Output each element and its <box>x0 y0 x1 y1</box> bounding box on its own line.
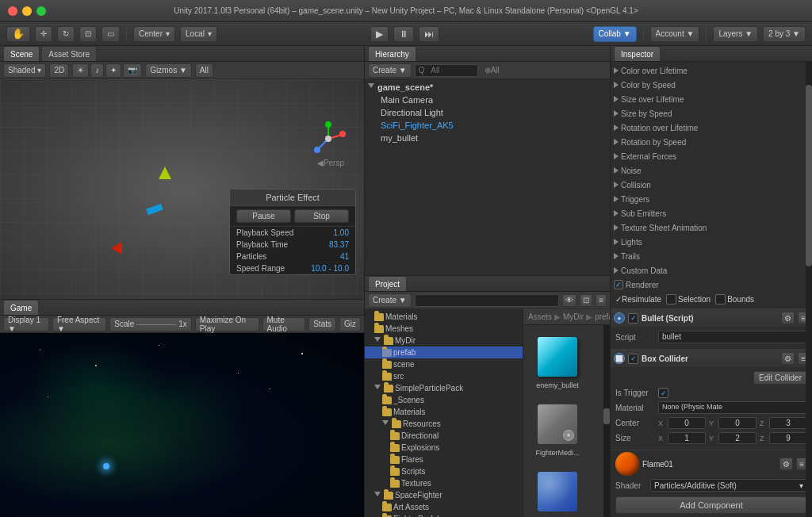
tree-item-fighter-prefabs[interactable]: FighterPrefabs <box>365 513 523 517</box>
section-color-by-speed[interactable]: Color by Speed <box>611 78 812 92</box>
tree-item-directional[interactable]: Directional <box>365 430 523 442</box>
tree-item-textures[interactable]: Textures <box>365 477 523 489</box>
particle-pause-btn[interactable]: Pause <box>236 209 291 223</box>
tab-game[interactable]: Game <box>3 300 39 315</box>
material-settings-btn[interactable]: ⚙ <box>779 458 793 470</box>
tree-item-mydir[interactable]: MyDir <box>365 335 523 347</box>
account-dropdown[interactable]: Account ▼ <box>650 26 700 42</box>
tree-item-flares[interactable]: Flares <box>365 454 523 465</box>
size-x-val[interactable]: 1 <box>668 432 706 444</box>
tab-scene[interactable]: Scene <box>3 46 40 61</box>
minimize-button[interactable] <box>22 6 32 16</box>
asset-my-bullet[interactable]: my_bullet <box>530 466 585 517</box>
tree-item-simpleparticle[interactable]: SimpleParticlePack <box>365 382 523 394</box>
gizmos-dropdown[interactable]: Gizmos ▼ <box>145 63 192 78</box>
scale-tool[interactable]: ⊡ <box>79 26 97 42</box>
size-y-val[interactable]: 2 <box>718 432 756 444</box>
move-tool[interactable]: ✛ <box>35 26 52 42</box>
section-noise[interactable]: Noise <box>611 163 812 178</box>
aspect-dropdown[interactable]: Free Aspect ▼ <box>52 317 106 331</box>
scene-light-btn[interactable]: ☀ <box>72 63 89 78</box>
shader-value[interactable]: Particles/Additive (Soft) ▾ <box>650 479 807 492</box>
maximize-button[interactable] <box>36 6 46 16</box>
game-gizmos-btn[interactable]: Giz <box>339 317 361 331</box>
bullet-script-header[interactable]: ● Bullet (Script) ⚙ ≡ <box>611 309 812 327</box>
shading-dropdown[interactable]: Shaded ▾ <box>3 63 46 78</box>
tab-asset-store[interactable]: Asset Store <box>41 46 97 61</box>
collider-settings-btn[interactable]: ⚙ <box>781 352 795 365</box>
bounds-check[interactable]: Bounds <box>715 294 754 304</box>
tree-item-prefab[interactable]: prefab <box>365 347 523 358</box>
step-button[interactable]: ⏭ <box>419 26 439 42</box>
tab-project[interactable]: Project <box>368 276 407 291</box>
inspector-scrollbar[interactable] <box>806 62 812 517</box>
tree-item-meshes[interactable]: Meshes <box>365 323 523 335</box>
tree-item-spp-materials[interactable]: Materials <box>365 406 523 418</box>
2d-toggle[interactable]: 2D <box>49 63 69 78</box>
asset-enemy-bullet[interactable]: enemy_bullet <box>530 331 585 393</box>
all-dropdown[interactable]: All <box>195 63 213 78</box>
project-search[interactable] <box>415 294 559 307</box>
resimulate-check[interactable]: ✓Resimulate <box>615 295 661 304</box>
center-x-val[interactable]: 0 <box>668 417 706 429</box>
edit-collider-btn[interactable]: Edit Collider <box>753 371 807 385</box>
breadcrumb-assets[interactable]: Assets <box>528 312 552 321</box>
section-trails[interactable]: Trails <box>611 249 812 263</box>
asset-scrollbar[interactable] <box>603 325 610 517</box>
tree-item-spacefighter[interactable]: SpaceFighter <box>365 489 523 501</box>
hierarchy-search[interactable] <box>415 64 478 77</box>
display-dropdown[interactable]: Display 1 ▼ <box>3 317 49 331</box>
hand-tool[interactable]: ✋ <box>6 26 30 42</box>
section-rotation-over-lifetime[interactable]: Rotation over Lifetime <box>611 121 812 135</box>
hierarchy-item-bullet[interactable]: my_bullet <box>365 132 610 144</box>
tree-item-scenes[interactable]: _Scenes <box>365 394 523 406</box>
bounds-checkbox[interactable] <box>715 294 726 304</box>
tree-item-scripts[interactable]: Scripts <box>365 465 523 477</box>
tree-item-resources[interactable]: Resources <box>365 418 523 430</box>
scene-cam-btn[interactable]: 📷 <box>123 63 142 78</box>
scale-dropdown[interactable]: Scale ————— 1x <box>109 317 192 331</box>
add-component-button[interactable]: Add Component <box>615 496 807 514</box>
scene-fx-btn[interactable]: ✦ <box>105 63 121 78</box>
box-collider-header[interactable]: ⬜ Box Collider ⚙ ≡ <box>611 350 812 367</box>
collab-button[interactable]: Collab ▼ <box>593 26 637 42</box>
layers-dropdown[interactable]: Layers ▼ <box>713 26 758 42</box>
project-eye-btn[interactable]: 👁 <box>562 294 576 307</box>
particle-stop-btn[interactable]: Stop <box>294 209 349 223</box>
hierarchy-item-fighter[interactable]: SciFi_Fighter_AK5 <box>365 119 610 132</box>
close-button[interactable] <box>8 6 17 16</box>
section-texture-sheet[interactable]: Texture Sheet Animation <box>611 220 812 235</box>
layout-dropdown[interactable]: 2 by 3 ▼ <box>763 26 806 42</box>
section-lights[interactable]: Lights <box>611 235 812 249</box>
script-checkbox[interactable] <box>628 313 638 324</box>
tree-item-src[interactable]: src <box>365 370 523 382</box>
rect-tool[interactable]: ▭ <box>102 26 120 42</box>
hierarchy-item-light[interactable]: Directional Light <box>365 106 610 119</box>
section-renderer[interactable]: ✓ Renderer <box>611 278 812 292</box>
script-enable-check[interactable] <box>628 313 638 324</box>
section-triggers[interactable]: Triggers <box>611 192 812 206</box>
section-external-forces[interactable]: External Forces <box>611 149 812 163</box>
local-dropdown[interactable]: Local ▾ <box>180 26 217 42</box>
section-size-by-speed[interactable]: Size by Speed <box>611 106 812 121</box>
tree-item-scene[interactable]: scene <box>365 358 523 370</box>
tree-item-art-assets[interactable]: Art Assets <box>365 501 523 513</box>
section-color-over-lifetime[interactable]: Color over Lifetime <box>611 63 812 78</box>
section-custom-data[interactable]: Custom Data <box>611 263 812 278</box>
material-value[interactable]: None (Physic Mate <box>658 401 807 414</box>
section-rotation-by-speed[interactable]: Rotation by Speed <box>611 135 812 149</box>
tab-inspector[interactable]: Inspector <box>614 46 661 61</box>
tree-item-materials[interactable]: Materials <box>365 311 523 323</box>
play-button[interactable]: ▶ <box>370 26 389 42</box>
asset-fighter[interactable]: ● FighterMedi... <box>530 399 585 460</box>
rotate-tool[interactable]: ↻ <box>57 26 75 42</box>
center-y-val[interactable]: 0 <box>718 417 756 429</box>
scene-canvas[interactable]: ◀Persp Particle Effect Pause Stop Playba… <box>0 79 364 299</box>
maximize-btn[interactable]: Maximize On Play <box>195 317 259 331</box>
tab-hierarchy[interactable]: Hierarchy <box>368 46 416 61</box>
section-sub-emitters[interactable]: Sub Emitters <box>611 206 812 220</box>
selection-checkbox[interactable] <box>666 294 676 304</box>
size-z-val[interactable]: 9 <box>769 432 807 444</box>
section-size-over-lifetime[interactable]: Size over Lifetime <box>611 92 812 106</box>
script-settings-btn[interactable]: ⚙ <box>781 312 795 324</box>
